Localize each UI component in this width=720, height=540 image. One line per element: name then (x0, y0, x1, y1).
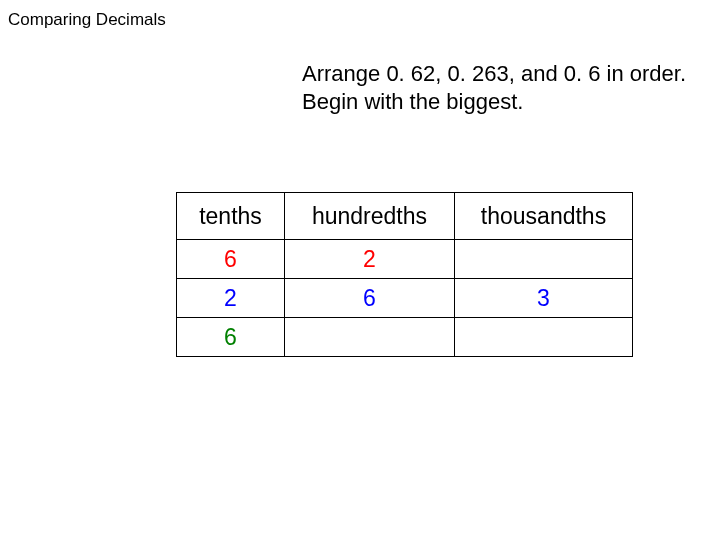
table-row: 6 (177, 318, 633, 357)
cell-tenths: 6 (177, 240, 285, 279)
cell-thousandths: 3 (455, 279, 633, 318)
header-hundredths: hundredths (285, 193, 455, 240)
table-header-row: tenths hundredths thousandths (177, 193, 633, 240)
cell-hundredths: 2 (285, 240, 455, 279)
page-title: Comparing Decimals (8, 10, 166, 30)
cell-hundredths: 6 (285, 279, 455, 318)
cell-thousandths (455, 240, 633, 279)
cell-thousandths (455, 318, 633, 357)
cell-tenths: 6 (177, 318, 285, 357)
header-tenths: tenths (177, 193, 285, 240)
cell-tenths: 2 (177, 279, 285, 318)
prompt-line-1: Arrange 0. 62, 0. 263, and 0. 6 in order… (302, 61, 686, 86)
header-thousandths: thousandths (455, 193, 633, 240)
prompt-line-2: Begin with the biggest. (302, 89, 523, 114)
table-row: 6 2 (177, 240, 633, 279)
place-value-table: tenths hundredths thousandths 6 2 2 6 3 … (176, 192, 633, 357)
slide: Comparing Decimals Arrange 0. 62, 0. 263… (0, 0, 720, 540)
table-row: 2 6 3 (177, 279, 633, 318)
cell-hundredths (285, 318, 455, 357)
prompt-text: Arrange 0. 62, 0. 263, and 0. 6 in order… (302, 60, 686, 115)
